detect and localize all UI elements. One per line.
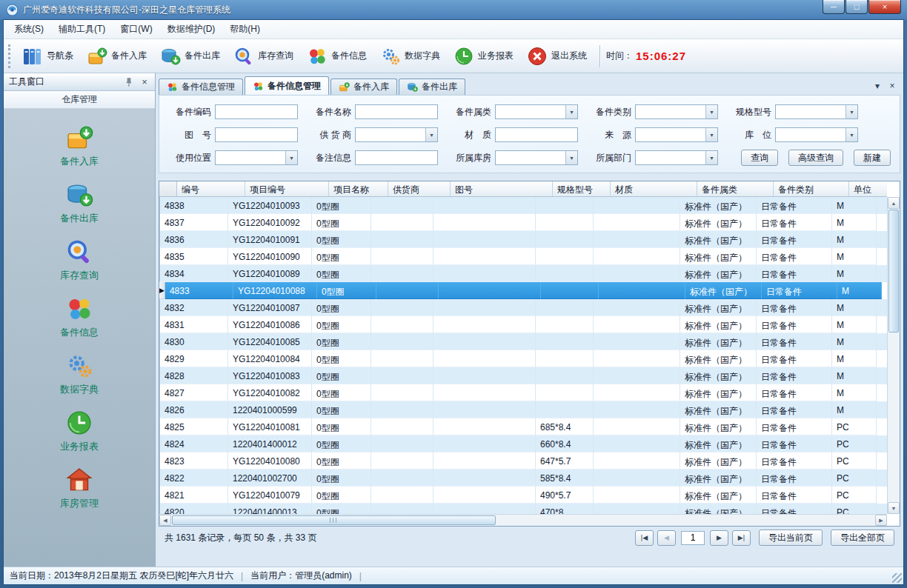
table-row[interactable]: 4838YG122040100930型圈标准件（国产）日常备件M xyxy=(159,197,887,214)
table-row[interactable]: 4832YG122040100870型圈标准件（国产）日常备件M xyxy=(159,299,887,316)
minimize-button[interactable]: ─ xyxy=(823,0,845,14)
horizontal-scrollbar[interactable]: ◀ ▶ xyxy=(159,514,887,526)
tab-parts-info-management-2[interactable]: 备件信息管理 xyxy=(245,76,329,95)
advanced-query-button[interactable]: 高级查询 xyxy=(788,150,843,166)
vertical-scrollbar[interactable]: ▲ ▼ xyxy=(887,197,900,514)
part-code-input[interactable] xyxy=(215,104,298,119)
chevron-down-icon[interactable]: ▼ xyxy=(705,128,717,141)
column-header[interactable]: 备件类别 xyxy=(774,181,849,196)
sidebar-item-warehouse-management[interactable]: 库房管理 xyxy=(4,466,155,510)
column-header[interactable]: 项目名称 xyxy=(329,181,388,196)
business-report-toolbar-button[interactable]: 业务报表 xyxy=(447,41,520,71)
chevron-down-icon[interactable]: ▼ xyxy=(285,151,297,164)
sidebar-item-inventory-query[interactable]: 库存查询 xyxy=(4,238,155,282)
table-row[interactable]: 482212204010027000型圈585*8.4标准件（国产）日常备件PC xyxy=(159,470,887,487)
table-row[interactable]: 482612204010005990型圈标准件（国产）日常备件M xyxy=(159,401,887,418)
export-all-pages-button[interactable]: 导出全部页 xyxy=(831,529,894,546)
usage-position-combo[interactable]: ▼ xyxy=(215,150,298,165)
parts-out-toolbar-button[interactable]: 备件出库 xyxy=(153,41,227,71)
drawing-no-input[interactable] xyxy=(215,127,298,142)
column-header[interactable]: 备件属类 xyxy=(697,181,774,196)
tab-parts-info-management-1[interactable]: 备件信息管理 xyxy=(159,78,243,95)
table-row[interactable]: 4831YG122040100860型圈标准件（国产）日常备件M xyxy=(159,316,887,333)
vertical-scroll-track[interactable] xyxy=(888,209,900,502)
location-combo[interactable]: ▼ xyxy=(775,127,858,142)
table-row[interactable]: 4825YG122040100810型圈685*8.4标准件（国产）日常备件PC xyxy=(159,418,887,435)
scroll-left-arrow-icon[interactable]: ◀ xyxy=(159,515,171,526)
supplier-combo[interactable]: ▼ xyxy=(355,127,438,142)
next-page-button[interactable]: ▶ xyxy=(710,530,728,546)
menu-item-3[interactable]: 窗口(W) xyxy=(113,19,159,39)
parts-info-toolbar-button[interactable]: 备件信息 xyxy=(300,41,373,71)
tab-close-button[interactable]: × xyxy=(887,81,897,91)
column-header[interactable]: 规格型号 xyxy=(553,181,611,196)
part-category-combo[interactable]: ▼ xyxy=(495,104,578,119)
new-button[interactable]: 新建 xyxy=(854,150,891,166)
page-input[interactable] xyxy=(681,531,705,545)
table-row[interactable]: 4821YG122040100790型圈490*5.7标准件（国产）日常备件PC xyxy=(159,487,887,504)
export-current-page-button[interactable]: 导出当前页 xyxy=(759,529,823,546)
department-combo[interactable]: ▼ xyxy=(635,150,718,165)
query-button[interactable]: 查询 xyxy=(741,150,778,166)
part-name-input[interactable] xyxy=(355,104,438,119)
chevron-down-icon[interactable]: ▼ xyxy=(845,128,857,141)
sidebar-item-parts-info[interactable]: 备件信息 xyxy=(4,295,155,339)
last-page-button[interactable]: ▶| xyxy=(732,530,751,546)
table-row[interactable]: 4837YG122040100920型圈标准件（国产）日常备件M xyxy=(159,214,887,231)
close-button[interactable]: × xyxy=(868,0,901,14)
menu-item-4[interactable]: 数据维护(D) xyxy=(160,19,223,39)
vertical-scroll-thumb[interactable] xyxy=(888,210,899,333)
scroll-right-arrow-icon[interactable]: ▶ xyxy=(875,515,887,526)
warehouse-combo[interactable]: ▼ xyxy=(495,150,578,165)
source-combo[interactable]: ▼ xyxy=(635,127,718,142)
tab-list-dropdown-button[interactable]: ▾ xyxy=(872,81,883,91)
maximize-button[interactable]: □ xyxy=(845,0,868,14)
resize-grip[interactable] xyxy=(892,573,902,583)
menu-item-2[interactable]: 辅助工具(T) xyxy=(51,19,113,39)
table-row[interactable]: 4829YG122040100840型圈标准件（国产）日常备件M xyxy=(159,350,887,367)
scroll-up-arrow-icon[interactable]: ▲ xyxy=(888,197,900,209)
sidebar-item-parts-out[interactable]: 备件出库 xyxy=(4,181,155,225)
chevron-down-icon[interactable]: ▼ xyxy=(565,105,577,118)
menu-item-1[interactable]: 系统(S) xyxy=(7,19,51,39)
table-row[interactable]: ▶4833YG122040100880型圈标准件（国产）日常备件M xyxy=(159,282,887,299)
table-row[interactable]: 4828YG122040100830型圈标准件（国产）日常备件M xyxy=(159,367,887,384)
table-row[interactable]: 4830YG122040100850型圈标准件（国产）日常备件M xyxy=(159,333,887,350)
tab-parts-in[interactable]: 备件入库 xyxy=(330,78,397,95)
sidebar-item-parts-in[interactable]: 备件入库 xyxy=(4,124,155,168)
pin-icon[interactable] xyxy=(124,77,134,87)
sidebar-item-business-report[interactable]: 业务报表 xyxy=(4,409,155,453)
column-header[interactable]: 编号 xyxy=(177,181,245,196)
exit-system-toolbar-button[interactable]: 退出系统 xyxy=(520,41,594,71)
tab-parts-out[interactable]: 备件出库 xyxy=(399,78,465,95)
inventory-query-toolbar-button[interactable]: 库存查询 xyxy=(227,41,300,71)
parts-in-toolbar-button[interactable]: 备件入库 xyxy=(80,41,153,71)
table-row[interactable]: 4823YG122040100800型圈647*5.7标准件（国产）日常备件PC xyxy=(159,452,887,470)
part-type-combo[interactable]: ▼ xyxy=(635,104,718,119)
panel-close-icon[interactable]: × xyxy=(139,77,150,87)
column-header[interactable]: 材质 xyxy=(611,181,697,196)
first-page-button[interactable]: |◀ xyxy=(635,530,654,546)
sidebar-item-data-dictionary[interactable]: 数据字典 xyxy=(4,352,155,396)
material-input[interactable] xyxy=(495,127,578,142)
table-row[interactable]: 4827YG122040100820型圈标准件（国产）日常备件M xyxy=(159,384,887,401)
horizontal-scroll-thumb[interactable] xyxy=(172,515,496,525)
column-header[interactable]: 图号 xyxy=(451,181,553,196)
table-row[interactable]: 4834YG122040100890型圈标准件（国产）日常备件M xyxy=(159,265,887,282)
column-header[interactable]: 项目编号 xyxy=(245,181,329,196)
column-header[interactable]: 单位 xyxy=(849,181,887,196)
table-row[interactable]: 482412204014000120型圈660*8.4标准件（国产）日常备件PC xyxy=(159,435,887,452)
table-row[interactable]: 4836YG122040100910型圈标准件（国产）日常备件M xyxy=(159,231,887,248)
chevron-down-icon[interactable]: ▼ xyxy=(705,151,717,164)
chevron-down-icon[interactable]: ▼ xyxy=(425,128,437,141)
menu-item-5[interactable]: 帮助(H) xyxy=(222,19,268,39)
chevron-down-icon[interactable]: ▼ xyxy=(845,105,857,118)
table-row[interactable]: 482012204014000130型圈470*8标准件（国产）日常备件PC xyxy=(159,504,887,514)
spec-model-combo[interactable]: ▼ xyxy=(775,104,858,119)
remark-input[interactable] xyxy=(355,150,438,165)
column-header[interactable]: 供货商 xyxy=(388,181,451,196)
chevron-down-icon[interactable]: ▼ xyxy=(565,151,577,164)
navbar-toolbar-button[interactable]: 导航条 xyxy=(16,41,80,71)
scroll-down-arrow-icon[interactable]: ▼ xyxy=(888,502,900,514)
prev-page-button[interactable]: ◀ xyxy=(657,530,676,546)
